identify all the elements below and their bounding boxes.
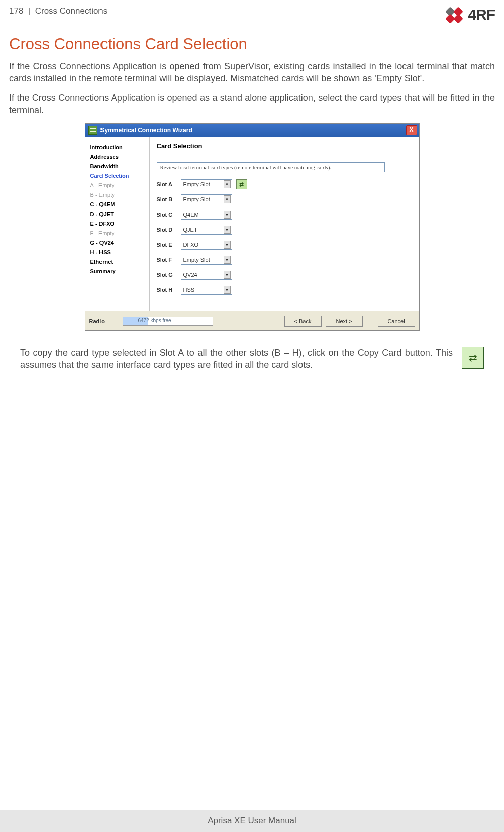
instruction-text: Review local terminal card types (remote… — [157, 162, 385, 172]
copy-card-icon: ⇄ — [462, 347, 484, 369]
sidebar-item-ethernet[interactable]: Ethernet — [90, 259, 145, 265]
sidebar-item-b-empty[interactable]: B - Empty — [90, 192, 145, 198]
logo-text: 4RF — [468, 6, 495, 23]
slot-g-select[interactable]: QV24 ▼ — [181, 270, 232, 280]
section-name: Cross Connections — [35, 6, 108, 16]
brand-logo: 4RF — [445, 5, 495, 23]
capacity-text: 6472 kbps free — [138, 318, 171, 323]
sidebar-item-e-dfxo[interactable]: E - DFXO — [90, 221, 145, 227]
sidebar-item-f-empty[interactable]: F - Empty — [90, 230, 145, 236]
copy-card-button[interactable]: ⇄ — [236, 179, 247, 189]
wizard-app-icon — [88, 126, 97, 135]
sidebar-item-addresses[interactable]: Addresses — [90, 154, 145, 160]
logo-icon — [445, 7, 465, 22]
wizard-sidebar: Introduction Addresses Bandwidth Card Se… — [85, 137, 150, 311]
sidebar-item-bandwidth[interactable]: Bandwidth — [90, 163, 145, 169]
slot-c-label: Slot C — [157, 212, 177, 218]
slot-a-value: Empty Slot — [183, 181, 210, 187]
slot-c-value: Q4EM — [183, 212, 199, 218]
sidebar-item-card-selection[interactable]: Card Selection — [90, 173, 145, 179]
intro-paragraph-1: If the Cross Connections Application is … — [9, 60, 495, 85]
chevron-down-icon: ▼ — [224, 195, 231, 203]
sidebar-item-c-q4em[interactable]: C - Q4EM — [90, 201, 145, 207]
page-title: Cross Connections Card Selection — [9, 35, 495, 53]
chevron-down-icon: ▼ — [224, 271, 231, 279]
slot-g-value: QV24 — [183, 272, 197, 278]
slot-b-select[interactable]: Empty Slot ▼ — [181, 194, 232, 204]
cancel-button[interactable]: Cancel — [378, 316, 415, 327]
slot-b-value: Empty Slot — [183, 196, 210, 202]
slot-f-label: Slot F — [157, 257, 177, 263]
wizard-window: Symmetrical Connection Wizard X Introduc… — [85, 123, 420, 331]
page-header: 178 | Cross Connections — [9, 5, 107, 16]
close-button[interactable]: X — [406, 125, 417, 135]
slot-d-label: Slot D — [157, 227, 177, 233]
slot-e-label: Slot E — [157, 242, 177, 248]
slot-d-select[interactable]: QJET ▼ — [181, 225, 232, 235]
back-button[interactable]: < Back — [284, 316, 322, 327]
manual-footer: Aprisa XE User Manual — [0, 810, 504, 832]
slot-b-label: Slot B — [157, 196, 177, 202]
chevron-down-icon: ▼ — [224, 241, 231, 249]
slot-h-label: Slot H — [157, 287, 177, 293]
copy-caption: To copy the card type selected in Slot A… — [20, 347, 453, 371]
sidebar-item-introduction[interactable]: Introduction — [90, 144, 145, 150]
slot-d-value: QJET — [183, 227, 197, 233]
sidebar-item-summary[interactable]: Summary — [90, 268, 145, 274]
slot-h-select[interactable]: HSS ▼ — [181, 285, 232, 295]
capacity-bar: 6472 kbps free — [123, 317, 213, 326]
chevron-down-icon: ▼ — [224, 180, 231, 188]
sidebar-item-g-qv24[interactable]: G - QV24 — [90, 240, 145, 246]
manual-title: Aprisa XE User Manual — [208, 816, 296, 826]
next-button[interactable]: Next > — [326, 316, 363, 327]
sidebar-item-a-empty[interactable]: A - Empty — [90, 182, 145, 188]
page-number: 178 — [9, 6, 23, 16]
radio-label: Radio — [89, 318, 118, 324]
sidebar-item-h-hss[interactable]: H - HSS — [90, 249, 145, 255]
slot-g-label: Slot G — [157, 272, 177, 278]
slot-e-select[interactable]: DFXO ▼ — [181, 240, 232, 250]
sidebar-item-d-qjet[interactable]: D - QJET — [90, 211, 145, 217]
intro-paragraph-2: If the Cross Connections Application is … — [9, 92, 495, 117]
slot-e-value: DFXO — [183, 242, 199, 248]
slot-h-value: HSS — [183, 287, 195, 293]
chevron-down-icon: ▼ — [224, 256, 231, 264]
slot-f-value: Empty Slot — [183, 257, 210, 263]
chevron-down-icon: ▼ — [224, 211, 231, 219]
slot-a-select[interactable]: Empty Slot ▼ — [181, 179, 232, 189]
window-title: Symmetrical Connection Wizard — [100, 127, 192, 134]
separator: | — [28, 6, 30, 16]
slot-a-label: Slot A — [157, 181, 177, 187]
panel-heading: Card Selection — [150, 137, 419, 155]
chevron-down-icon: ▼ — [224, 226, 231, 234]
slot-c-select[interactable]: Q4EM ▼ — [181, 210, 232, 220]
slot-f-select[interactable]: Empty Slot ▼ — [181, 255, 232, 265]
window-titlebar[interactable]: Symmetrical Connection Wizard X — [85, 124, 419, 137]
chevron-down-icon: ▼ — [224, 286, 231, 294]
